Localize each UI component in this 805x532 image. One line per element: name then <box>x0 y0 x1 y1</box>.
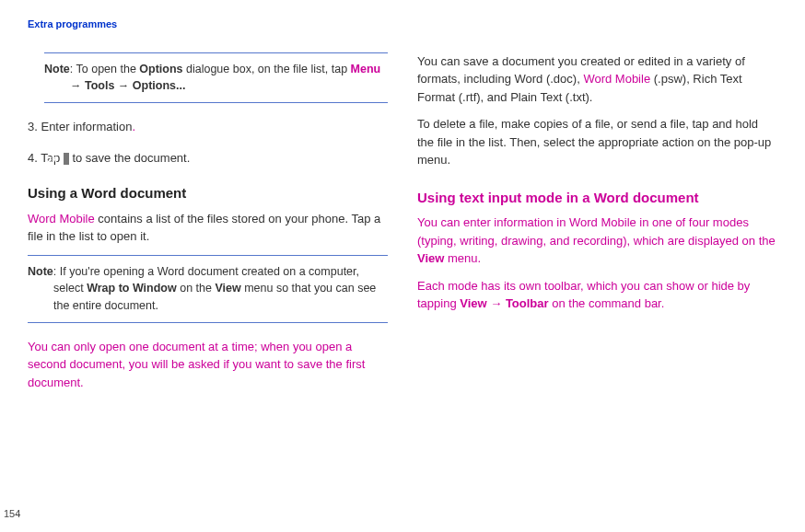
step3-dot: . <box>132 120 135 133</box>
section-title-text: Extra programmes <box>28 18 117 29</box>
para-four-modes: You can enter information in Word Mobile… <box>417 214 777 268</box>
note2-content: Note: If you're opening a Word document … <box>28 263 388 315</box>
note1-options-item: Options... <box>133 79 186 92</box>
heading-text-input-mode: Using text input mode in a Word document <box>417 188 777 209</box>
word-mobile-link-1: Word Mobile <box>28 212 95 226</box>
note2-view: View <box>215 282 240 295</box>
step3-number: 3. <box>28 120 38 133</box>
note2-text-b: on the <box>177 282 216 295</box>
note1-text-a: : To open the <box>70 63 140 75</box>
note2-wrap: Wrap to Window <box>87 282 177 295</box>
para3-a: You can enter information in <box>417 215 569 229</box>
para4-arrow: → <box>487 296 506 310</box>
right-column: You can save a document you created or e… <box>417 52 777 401</box>
note1-options-word: Options <box>139 63 182 75</box>
para-save-formats: You can save a document you created or e… <box>417 52 777 107</box>
note-box-1: Note: To open the Options dialogue box, … <box>44 52 388 104</box>
para3-c: menu. <box>444 251 481 265</box>
step-3: 3. Enter information. <box>28 118 388 136</box>
word-mobile-link-2: Word Mobile <box>583 72 650 86</box>
para4-b: on the command bar. <box>549 296 665 310</box>
page-number: 154 <box>4 506 20 522</box>
para-toolbar: Each mode has its own toolbar, which you… <box>417 277 777 313</box>
note1-menu: Menu <box>351 63 381 75</box>
note1-arrow1: → <box>70 79 85 92</box>
para4-view: View <box>460 296 486 310</box>
note-box-2: Note: If you're opening a Word document … <box>28 255 388 323</box>
step-4: 4. Tap ok to save the document. <box>28 149 388 168</box>
para-delete-file: To delete a file, make copies of a file,… <box>417 115 777 169</box>
para3-view: View <box>417 251 444 265</box>
para-word-mobile-list: Word Mobile contains a list of the files… <box>28 210 388 246</box>
para-one-document: You can only open one document at a time… <box>28 338 388 392</box>
note1-tools: Tools <box>85 79 114 92</box>
left-column: Note: To open the Options dialogue box, … <box>28 52 388 401</box>
para4-toolbar-word: Toolbar <box>506 296 549 310</box>
note1-label: Note <box>44 63 70 75</box>
note1-text-b: dialogue box, on the file list, tap <box>183 63 351 75</box>
step3-text: Enter information <box>38 120 133 133</box>
word-mobile-link-3: Word Mobile <box>569 215 636 229</box>
note2-label: Note <box>28 265 53 278</box>
section-header: Extra programmes <box>28 17 777 32</box>
content-columns: Note: To open the Options dialogue box, … <box>28 52 777 401</box>
note1-arrow2: → <box>114 79 132 92</box>
step4-text-b: to save the document. <box>69 151 191 165</box>
note1-content: Note: To open the Options dialogue box, … <box>44 61 388 96</box>
step4-number: 4. <box>28 151 38 165</box>
heading-using-word-doc: Using a Word document <box>28 183 388 204</box>
